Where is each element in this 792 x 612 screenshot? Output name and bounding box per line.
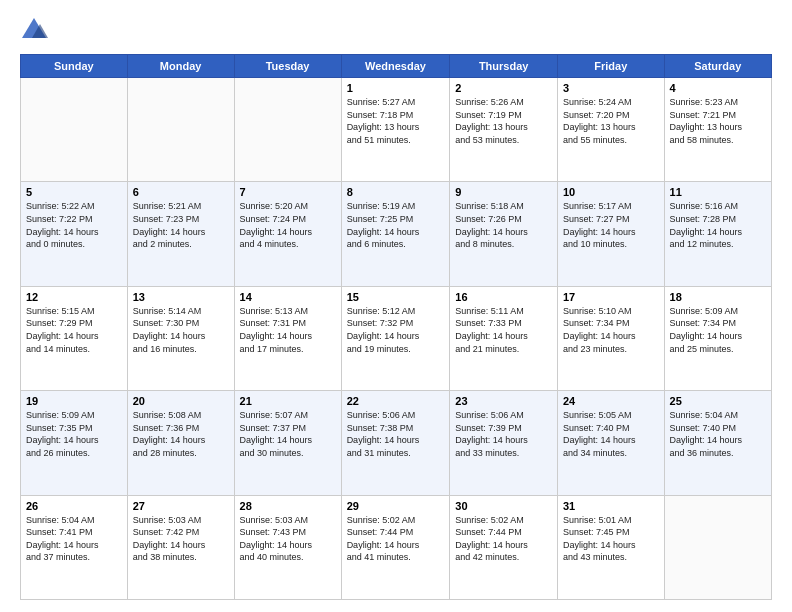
empty-day-cell — [234, 78, 341, 182]
logo-area — [20, 16, 50, 44]
calendar-week-row: 1Sunrise: 5:27 AMSunset: 7:18 PMDaylight… — [21, 78, 772, 182]
calendar-day-cell: 25Sunrise: 5:04 AMSunset: 7:40 PMDayligh… — [664, 391, 771, 495]
day-number: 1 — [347, 82, 445, 94]
day-number: 29 — [347, 500, 445, 512]
day-info: Sunrise: 5:06 AMSunset: 7:39 PMDaylight:… — [455, 409, 552, 459]
calendar-day-cell: 23Sunrise: 5:06 AMSunset: 7:39 PMDayligh… — [450, 391, 558, 495]
day-info: Sunrise: 5:07 AMSunset: 7:37 PMDaylight:… — [240, 409, 336, 459]
calendar-day-cell: 29Sunrise: 5:02 AMSunset: 7:44 PMDayligh… — [341, 495, 450, 599]
calendar-day-cell: 8Sunrise: 5:19 AMSunset: 7:25 PMDaylight… — [341, 182, 450, 286]
day-number: 11 — [670, 186, 766, 198]
day-header-friday: Friday — [557, 55, 664, 78]
calendar-day-cell: 3Sunrise: 5:24 AMSunset: 7:20 PMDaylight… — [557, 78, 664, 182]
day-number: 9 — [455, 186, 552, 198]
day-header-monday: Monday — [127, 55, 234, 78]
day-header-tuesday: Tuesday — [234, 55, 341, 78]
day-info: Sunrise: 5:16 AMSunset: 7:28 PMDaylight:… — [670, 200, 766, 250]
day-number: 15 — [347, 291, 445, 303]
day-info: Sunrise: 5:14 AMSunset: 7:30 PMDaylight:… — [133, 305, 229, 355]
calendar-table: SundayMondayTuesdayWednesdayThursdayFrid… — [20, 54, 772, 600]
day-info: Sunrise: 5:10 AMSunset: 7:34 PMDaylight:… — [563, 305, 659, 355]
calendar-day-cell: 31Sunrise: 5:01 AMSunset: 7:45 PMDayligh… — [557, 495, 664, 599]
header — [20, 16, 772, 44]
calendar-day-cell: 24Sunrise: 5:05 AMSunset: 7:40 PMDayligh… — [557, 391, 664, 495]
calendar-day-cell: 28Sunrise: 5:03 AMSunset: 7:43 PMDayligh… — [234, 495, 341, 599]
day-info: Sunrise: 5:04 AMSunset: 7:40 PMDaylight:… — [670, 409, 766, 459]
calendar-day-cell: 27Sunrise: 5:03 AMSunset: 7:42 PMDayligh… — [127, 495, 234, 599]
day-number: 25 — [670, 395, 766, 407]
calendar-day-cell: 12Sunrise: 5:15 AMSunset: 7:29 PMDayligh… — [21, 286, 128, 390]
day-info: Sunrise: 5:11 AMSunset: 7:33 PMDaylight:… — [455, 305, 552, 355]
day-number: 23 — [455, 395, 552, 407]
calendar-day-cell: 17Sunrise: 5:10 AMSunset: 7:34 PMDayligh… — [557, 286, 664, 390]
day-number: 13 — [133, 291, 229, 303]
day-info: Sunrise: 5:22 AMSunset: 7:22 PMDaylight:… — [26, 200, 122, 250]
day-info: Sunrise: 5:09 AMSunset: 7:34 PMDaylight:… — [670, 305, 766, 355]
calendar-day-cell: 15Sunrise: 5:12 AMSunset: 7:32 PMDayligh… — [341, 286, 450, 390]
page: SundayMondayTuesdayWednesdayThursdayFrid… — [0, 0, 792, 612]
calendar-week-row: 26Sunrise: 5:04 AMSunset: 7:41 PMDayligh… — [21, 495, 772, 599]
day-number: 16 — [455, 291, 552, 303]
day-number: 7 — [240, 186, 336, 198]
day-number: 14 — [240, 291, 336, 303]
calendar-day-cell: 21Sunrise: 5:07 AMSunset: 7:37 PMDayligh… — [234, 391, 341, 495]
day-info: Sunrise: 5:21 AMSunset: 7:23 PMDaylight:… — [133, 200, 229, 250]
empty-day-cell — [127, 78, 234, 182]
day-number: 6 — [133, 186, 229, 198]
day-info: Sunrise: 5:06 AMSunset: 7:38 PMDaylight:… — [347, 409, 445, 459]
empty-day-cell — [21, 78, 128, 182]
calendar-day-cell: 4Sunrise: 5:23 AMSunset: 7:21 PMDaylight… — [664, 78, 771, 182]
day-info: Sunrise: 5:03 AMSunset: 7:43 PMDaylight:… — [240, 514, 336, 564]
day-number: 27 — [133, 500, 229, 512]
day-number: 5 — [26, 186, 122, 198]
day-number: 24 — [563, 395, 659, 407]
day-info: Sunrise: 5:04 AMSunset: 7:41 PMDaylight:… — [26, 514, 122, 564]
day-header-thursday: Thursday — [450, 55, 558, 78]
day-number: 20 — [133, 395, 229, 407]
calendar-day-cell: 6Sunrise: 5:21 AMSunset: 7:23 PMDaylight… — [127, 182, 234, 286]
day-number: 22 — [347, 395, 445, 407]
day-info: Sunrise: 5:15 AMSunset: 7:29 PMDaylight:… — [26, 305, 122, 355]
day-info: Sunrise: 5:17 AMSunset: 7:27 PMDaylight:… — [563, 200, 659, 250]
day-number: 12 — [26, 291, 122, 303]
day-number: 10 — [563, 186, 659, 198]
day-info: Sunrise: 5:05 AMSunset: 7:40 PMDaylight:… — [563, 409, 659, 459]
calendar-day-cell: 26Sunrise: 5:04 AMSunset: 7:41 PMDayligh… — [21, 495, 128, 599]
day-number: 8 — [347, 186, 445, 198]
day-info: Sunrise: 5:09 AMSunset: 7:35 PMDaylight:… — [26, 409, 122, 459]
day-header-wednesday: Wednesday — [341, 55, 450, 78]
calendar-day-cell: 14Sunrise: 5:13 AMSunset: 7:31 PMDayligh… — [234, 286, 341, 390]
day-info: Sunrise: 5:26 AMSunset: 7:19 PMDaylight:… — [455, 96, 552, 146]
calendar-week-row: 19Sunrise: 5:09 AMSunset: 7:35 PMDayligh… — [21, 391, 772, 495]
day-info: Sunrise: 5:03 AMSunset: 7:42 PMDaylight:… — [133, 514, 229, 564]
day-info: Sunrise: 5:20 AMSunset: 7:24 PMDaylight:… — [240, 200, 336, 250]
day-info: Sunrise: 5:24 AMSunset: 7:20 PMDaylight:… — [563, 96, 659, 146]
calendar-day-cell: 5Sunrise: 5:22 AMSunset: 7:22 PMDaylight… — [21, 182, 128, 286]
logo-icon — [20, 16, 48, 44]
calendar-day-cell: 11Sunrise: 5:16 AMSunset: 7:28 PMDayligh… — [664, 182, 771, 286]
day-info: Sunrise: 5:08 AMSunset: 7:36 PMDaylight:… — [133, 409, 229, 459]
calendar-day-cell: 1Sunrise: 5:27 AMSunset: 7:18 PMDaylight… — [341, 78, 450, 182]
day-info: Sunrise: 5:01 AMSunset: 7:45 PMDaylight:… — [563, 514, 659, 564]
calendar-day-cell: 9Sunrise: 5:18 AMSunset: 7:26 PMDaylight… — [450, 182, 558, 286]
calendar-day-cell: 7Sunrise: 5:20 AMSunset: 7:24 PMDaylight… — [234, 182, 341, 286]
day-info: Sunrise: 5:12 AMSunset: 7:32 PMDaylight:… — [347, 305, 445, 355]
day-number: 21 — [240, 395, 336, 407]
day-number: 31 — [563, 500, 659, 512]
calendar-week-row: 5Sunrise: 5:22 AMSunset: 7:22 PMDaylight… — [21, 182, 772, 286]
day-number: 28 — [240, 500, 336, 512]
day-number: 30 — [455, 500, 552, 512]
calendar-day-cell: 10Sunrise: 5:17 AMSunset: 7:27 PMDayligh… — [557, 182, 664, 286]
day-info: Sunrise: 5:18 AMSunset: 7:26 PMDaylight:… — [455, 200, 552, 250]
day-info: Sunrise: 5:13 AMSunset: 7:31 PMDaylight:… — [240, 305, 336, 355]
calendar-header-row: SundayMondayTuesdayWednesdayThursdayFrid… — [21, 55, 772, 78]
day-info: Sunrise: 5:02 AMSunset: 7:44 PMDaylight:… — [455, 514, 552, 564]
calendar-day-cell: 13Sunrise: 5:14 AMSunset: 7:30 PMDayligh… — [127, 286, 234, 390]
day-header-sunday: Sunday — [21, 55, 128, 78]
day-number: 18 — [670, 291, 766, 303]
day-header-saturday: Saturday — [664, 55, 771, 78]
day-number: 2 — [455, 82, 552, 94]
calendar-day-cell: 16Sunrise: 5:11 AMSunset: 7:33 PMDayligh… — [450, 286, 558, 390]
day-info: Sunrise: 5:27 AMSunset: 7:18 PMDaylight:… — [347, 96, 445, 146]
calendar-day-cell: 30Sunrise: 5:02 AMSunset: 7:44 PMDayligh… — [450, 495, 558, 599]
